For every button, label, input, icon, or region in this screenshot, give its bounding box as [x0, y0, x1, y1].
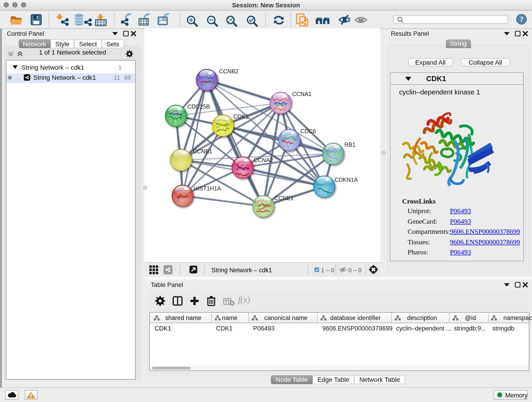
svg-text:RB1: RB1 — [344, 141, 355, 148]
svg-text:CCNB1: CCNB1 — [193, 148, 212, 154]
svg-text:CCNE1: CCNE1 — [274, 195, 293, 201]
svg-text:CDKN1A: CDKN1A — [334, 177, 358, 183]
svg-text:CDC25B: CDC25B — [187, 103, 210, 110]
svg-text:CCNB2: CCNB2 — [219, 68, 238, 75]
svg-text:HIST1H1A: HIST1H1A — [193, 185, 221, 191]
svg-text:CCNA2: CCNA2 — [253, 157, 273, 163]
svg-text:CCNA1: CCNA1 — [292, 91, 311, 97]
svg-text:CDC6: CDC6 — [300, 128, 316, 134]
svg-text:CDK1: CDK1 — [233, 113, 248, 120]
svg-text:?: ? — [520, 15, 524, 23]
